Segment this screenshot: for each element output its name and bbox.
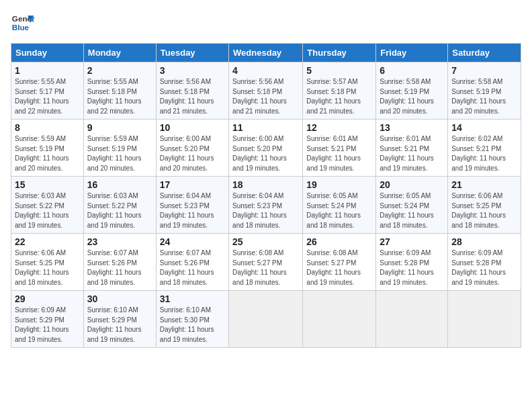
day-number: 18 [232, 179, 299, 190]
weekday-header-monday: Monday [83, 44, 156, 62]
calendar-week-3: 15Sunrise: 6:03 AMSunset: 5:22 PMDayligh… [11, 177, 521, 234]
day-detail: Sunrise: 6:06 AMSunset: 5:25 PMDaylight:… [15, 248, 80, 287]
day-number: 6 [380, 65, 444, 76]
calendar-cell: 12Sunrise: 6:01 AMSunset: 5:21 PMDayligh… [303, 120, 376, 177]
day-detail: Sunrise: 6:04 AMSunset: 5:23 PMDaylight:… [232, 191, 299, 230]
weekday-header-wednesday: Wednesday [229, 44, 303, 62]
calendar-week-5: 29Sunrise: 6:09 AMSunset: 5:29 PMDayligh… [11, 291, 521, 348]
day-detail: Sunrise: 6:03 AMSunset: 5:22 PMDaylight:… [87, 191, 152, 230]
calendar-table: SundayMondayTuesdayWednesdayThursdayFrid… [11, 43, 521, 348]
day-number: 13 [380, 122, 444, 133]
calendar-cell: 8Sunrise: 5:59 AMSunset: 5:19 PMDaylight… [11, 120, 84, 177]
day-detail: Sunrise: 6:10 AMSunset: 5:30 PMDaylight:… [160, 306, 225, 345]
calendar-cell: 19Sunrise: 6:05 AMSunset: 5:24 PMDayligh… [303, 177, 376, 234]
day-number: 2 [87, 65, 152, 76]
calendar-week-2: 8Sunrise: 5:59 AMSunset: 5:19 PMDaylight… [11, 120, 521, 177]
day-number: 27 [380, 236, 444, 247]
weekday-header-friday: Friday [376, 44, 448, 62]
day-number: 14 [451, 122, 517, 133]
day-number: 23 [87, 236, 152, 247]
day-detail: Sunrise: 6:01 AMSunset: 5:21 PMDaylight:… [306, 134, 372, 173]
day-detail: Sunrise: 5:56 AMSunset: 5:18 PMDaylight:… [160, 77, 225, 116]
calendar-cell: 18Sunrise: 6:04 AMSunset: 5:23 PMDayligh… [229, 177, 303, 234]
day-detail: Sunrise: 6:09 AMSunset: 5:28 PMDaylight:… [451, 248, 517, 287]
day-detail: Sunrise: 6:08 AMSunset: 5:27 PMDaylight:… [232, 248, 299, 287]
day-number: 16 [87, 179, 152, 190]
day-number: 4 [232, 65, 299, 76]
day-number: 29 [15, 293, 80, 304]
calendar-cell: 23Sunrise: 6:07 AMSunset: 5:26 PMDayligh… [83, 234, 156, 291]
day-detail: Sunrise: 6:07 AMSunset: 5:26 PMDaylight:… [160, 248, 225, 287]
calendar-cell: 26Sunrise: 6:08 AMSunset: 5:27 PMDayligh… [303, 234, 376, 291]
calendar-cell: 21Sunrise: 6:06 AMSunset: 5:25 PMDayligh… [448, 177, 521, 234]
calendar-cell: 3Sunrise: 5:56 AMSunset: 5:18 PMDaylight… [156, 62, 228, 120]
calendar-cell: 25Sunrise: 6:08 AMSunset: 5:27 PMDayligh… [229, 234, 303, 291]
weekday-header-thursday: Thursday [303, 44, 376, 62]
day-number: 28 [451, 236, 517, 247]
day-detail: Sunrise: 6:05 AMSunset: 5:24 PMDaylight:… [380, 191, 444, 230]
day-detail: Sunrise: 6:05 AMSunset: 5:24 PMDaylight:… [306, 191, 372, 230]
calendar-week-4: 22Sunrise: 6:06 AMSunset: 5:25 PMDayligh… [11, 234, 521, 291]
calendar-cell: 31Sunrise: 6:10 AMSunset: 5:30 PMDayligh… [156, 291, 228, 348]
calendar-week-1: 1Sunrise: 5:55 AMSunset: 5:17 PMDaylight… [11, 62, 521, 120]
calendar-cell: 4Sunrise: 5:56 AMSunset: 5:18 PMDaylight… [229, 62, 303, 120]
calendar-cell: 6Sunrise: 5:58 AMSunset: 5:19 PMDaylight… [376, 62, 448, 120]
day-number: 30 [87, 293, 152, 304]
weekday-header-sunday: Sunday [11, 44, 84, 62]
calendar-cell: 27Sunrise: 6:09 AMSunset: 5:28 PMDayligh… [376, 234, 448, 291]
day-number: 3 [160, 65, 225, 76]
day-detail: Sunrise: 5:57 AMSunset: 5:18 PMDaylight:… [306, 77, 372, 116]
day-number: 1 [15, 65, 80, 76]
day-detail: Sunrise: 6:07 AMSunset: 5:26 PMDaylight:… [87, 248, 152, 287]
day-detail: Sunrise: 6:08 AMSunset: 5:27 PMDaylight:… [306, 248, 372, 287]
day-detail: Sunrise: 6:00 AMSunset: 5:20 PMDaylight:… [232, 134, 299, 173]
day-number: 21 [451, 179, 517, 190]
calendar-cell: 16Sunrise: 6:03 AMSunset: 5:22 PMDayligh… [83, 177, 156, 234]
calendar-cell: 13Sunrise: 6:01 AMSunset: 5:21 PMDayligh… [376, 120, 448, 177]
day-detail: Sunrise: 6:10 AMSunset: 5:29 PMDaylight:… [87, 306, 152, 345]
calendar-cell: 29Sunrise: 6:09 AMSunset: 5:29 PMDayligh… [11, 291, 84, 348]
day-number: 10 [160, 122, 225, 133]
day-number: 19 [306, 179, 372, 190]
day-number: 31 [160, 293, 225, 304]
day-detail: Sunrise: 5:58 AMSunset: 5:19 PMDaylight:… [380, 77, 444, 116]
day-detail: Sunrise: 5:55 AMSunset: 5:17 PMDaylight:… [15, 77, 80, 116]
calendar-cell: 20Sunrise: 6:05 AMSunset: 5:24 PMDayligh… [376, 177, 448, 234]
day-detail: Sunrise: 6:01 AMSunset: 5:21 PMDaylight:… [380, 134, 444, 173]
day-number: 24 [160, 236, 225, 247]
day-detail: Sunrise: 6:06 AMSunset: 5:25 PMDaylight:… [451, 191, 517, 230]
day-number: 5 [306, 65, 372, 76]
day-number: 22 [15, 236, 80, 247]
calendar-cell: 24Sunrise: 6:07 AMSunset: 5:26 PMDayligh… [156, 234, 228, 291]
calendar-cell: 7Sunrise: 5:58 AMSunset: 5:19 PMDaylight… [448, 62, 521, 120]
weekday-header-saturday: Saturday [448, 44, 521, 62]
calendar-cell: 11Sunrise: 6:00 AMSunset: 5:20 PMDayligh… [229, 120, 303, 177]
day-number: 26 [306, 236, 372, 247]
calendar-cell: 1Sunrise: 5:55 AMSunset: 5:17 PMDaylight… [11, 62, 84, 120]
calendar-cell: 9Sunrise: 5:59 AMSunset: 5:19 PMDaylight… [83, 120, 156, 177]
calendar-cell [448, 291, 521, 348]
day-detail: Sunrise: 6:03 AMSunset: 5:22 PMDaylight:… [15, 191, 80, 230]
calendar-cell: 22Sunrise: 6:06 AMSunset: 5:25 PMDayligh… [11, 234, 84, 291]
day-detail: Sunrise: 5:59 AMSunset: 5:19 PMDaylight:… [15, 134, 80, 173]
calendar-cell [376, 291, 448, 348]
calendar-cell [229, 291, 303, 348]
svg-text:Blue: Blue [12, 23, 30, 32]
day-number: 12 [306, 122, 372, 133]
calendar-cell: 5Sunrise: 5:57 AMSunset: 5:18 PMDaylight… [303, 62, 376, 120]
day-detail: Sunrise: 5:55 AMSunset: 5:18 PMDaylight:… [87, 77, 152, 116]
logo: General Blue [11, 11, 35, 35]
day-detail: Sunrise: 6:02 AMSunset: 5:21 PMDaylight:… [451, 134, 517, 173]
calendar-cell: 15Sunrise: 6:03 AMSunset: 5:22 PMDayligh… [11, 177, 84, 234]
weekday-header-row: SundayMondayTuesdayWednesdayThursdayFrid… [11, 44, 521, 62]
calendar-cell: 10Sunrise: 6:00 AMSunset: 5:20 PMDayligh… [156, 120, 228, 177]
day-detail: Sunrise: 5:58 AMSunset: 5:19 PMDaylight:… [451, 77, 517, 116]
day-detail: Sunrise: 5:56 AMSunset: 5:18 PMDaylight:… [232, 77, 299, 116]
day-number: 8 [15, 122, 80, 133]
day-number: 20 [380, 179, 444, 190]
day-number: 25 [232, 236, 299, 247]
day-detail: Sunrise: 6:09 AMSunset: 5:29 PMDaylight:… [15, 306, 80, 345]
day-number: 9 [87, 122, 152, 133]
logo-icon: General Blue [11, 11, 35, 35]
day-number: 17 [160, 179, 225, 190]
